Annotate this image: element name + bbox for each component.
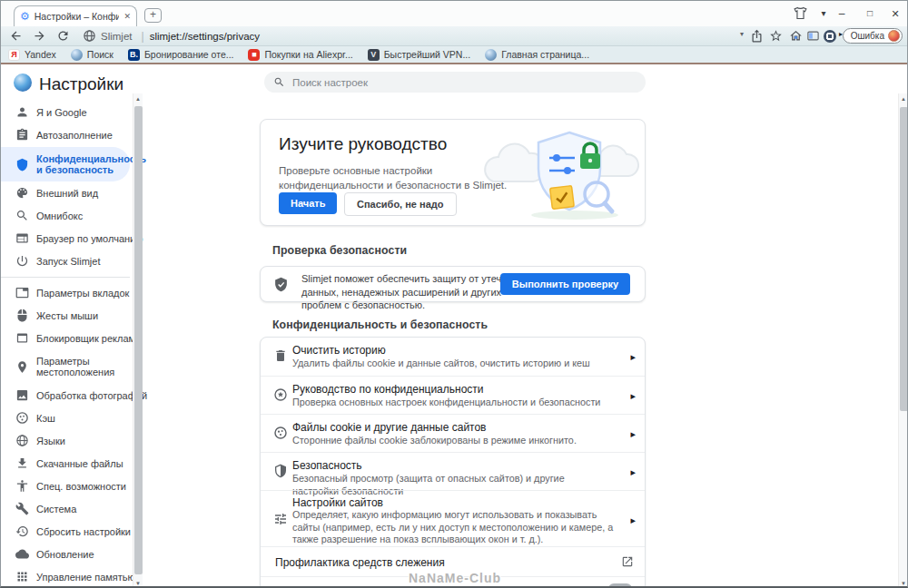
minimize-button[interactable]: – <box>830 5 854 23</box>
web-panel-icon[interactable] <box>824 30 836 43</box>
sidebar-item-system[interactable]: Система <box>1 497 130 520</box>
yandex-icon: Я <box>8 49 20 61</box>
browser-window: ⚙ Настройки – Конфиденциальнос ✕ + ▾ – □… <box>0 0 908 588</box>
accessibility-icon <box>15 479 29 493</box>
tab-icon <box>15 286 29 299</box>
open-in-new-icon <box>621 555 634 568</box>
navigation-toolbar: Slimjet | slimjet://settings/privacy ▾ ▸… <box>1 26 907 46</box>
restore-icon <box>15 524 29 538</box>
cloud-icon <box>15 547 29 561</box>
row-privacy-guide[interactable]: Руководство по конфиденциальности Провер… <box>261 376 645 414</box>
forward-icon[interactable] <box>33 29 46 43</box>
sidebar-item-languages[interactable]: Языки <box>1 429 130 452</box>
settings-page: Настройки Поиск настроек Я и Google Авто… <box>1 66 907 588</box>
address-dropdown-icon[interactable]: ▾ <box>740 30 744 38</box>
sidebar-scrollbar-thumb[interactable] <box>134 106 143 574</box>
sidebar-item-autofill[interactable]: Автозаполнение <box>1 123 130 146</box>
slimjet-logo <box>14 74 32 92</box>
sidebar-item-downloads[interactable]: Скачанные файлы <box>1 452 130 475</box>
bookmark-homepage[interactable]: Главная страница... <box>485 49 589 61</box>
scroll-up-icon[interactable]: ▲ <box>133 93 143 104</box>
reload-icon[interactable] <box>56 29 70 43</box>
sidebar-item-tab-options[interactable]: Параметры вкладок <box>1 281 130 304</box>
shield-icon <box>15 158 29 172</box>
sync-error-badge[interactable]: Ошибка <box>843 28 903 44</box>
titlebar: ⚙ Настройки – Конфиденциальнос ✕ + ▾ – □… <box>1 1 907 26</box>
row-tracking-prevention[interactable]: Профилактика средств слежения <box>261 546 645 576</box>
row-site-settings[interactable]: Настройки сайтов Определяет, какую инфор… <box>261 490 645 546</box>
avatar <box>888 30 900 42</box>
sidebar-item-appearance[interactable]: Внешний вид <box>1 181 130 204</box>
sidebar-item-omnibox[interactable]: Омнибокс <box>1 204 130 227</box>
run-safety-check-button[interactable]: Выполнить проверку <box>500 273 630 295</box>
row-block-referer[interactable]: Блокировать указание источника перехода … <box>261 576 645 588</box>
sidebar-item-accessibility[interactable]: Спец. возможности <box>1 475 130 497</box>
theme-shirt-icon[interactable] <box>793 5 808 21</box>
chevron-right-icon: ▸ <box>630 390 636 402</box>
row-clear-history[interactable]: Очистить историю Удалить файлы cookie и … <box>261 338 645 376</box>
download-icon <box>15 456 29 470</box>
bookmark-vpn[interactable]: V Быстрейший VPN... <box>368 49 470 61</box>
globe-icon <box>71 49 83 61</box>
shield-illustration <box>468 125 640 221</box>
chevron-right-icon: ▸ <box>630 351 636 363</box>
page-scrollbar[interactable]: ▲ ▼ <box>898 93 907 588</box>
cookie-icon <box>15 411 29 425</box>
sidebar-item-privacy-security[interactable]: Конфиденциальность и безопасность <box>1 147 130 181</box>
sidebar-scrollbar[interactable]: ▲ ▼ <box>133 93 143 588</box>
split-window-icon[interactable] <box>806 29 820 43</box>
globe-icon <box>485 49 497 61</box>
browser-tab[interactable]: ⚙ Настройки – Конфиденциальнос ✕ <box>14 5 137 26</box>
page-scrollbar-thumb[interactable] <box>900 107 907 411</box>
sidebar-item-memory-management[interactable]: Управление памятью <box>1 565 130 588</box>
sidebar-item-update[interactable]: Обновление <box>1 543 130 565</box>
maximize-button[interactable]: □ <box>858 5 882 23</box>
palette-icon <box>15 186 29 200</box>
photo-icon <box>15 388 29 402</box>
bookmark-yandex[interactable]: Я Yandex <box>8 49 56 61</box>
chevron-right-icon: ▸ <box>630 466 636 478</box>
language-globe-icon <box>15 434 29 447</box>
settings-main: Изучите руководство Проверьте основные н… <box>260 66 646 588</box>
guide-dismiss-button[interactable]: Спасибо, не надо <box>344 192 457 216</box>
close-button[interactable]: ✕ <box>883 5 907 23</box>
sidebar-divider <box>1 277 130 278</box>
back-icon[interactable] <box>9 29 23 43</box>
safety-check-card: Slimjet поможет обеспечить защиту от уте… <box>260 266 646 302</box>
scroll-down-icon[interactable]: ▼ <box>133 578 143 588</box>
search-icon <box>15 209 29 222</box>
bookmark-aliexpress[interactable]: ■ Покупки на Aliexpr... <box>248 49 352 61</box>
window-icon <box>15 331 29 345</box>
sidebar-item-location-options[interactable]: Параметры местоположения <box>1 349 130 384</box>
scroll-down-icon[interactable]: ▼ <box>899 578 907 588</box>
tab-title: Настройки – Конфиденциальнос <box>35 11 120 22</box>
guide-start-button[interactable]: Начать <box>279 192 337 214</box>
privacy-card: Очистить историю Удалить файлы cookie и … <box>260 337 646 588</box>
tab-close-icon[interactable]: ✕ <box>123 12 131 21</box>
bookmark-booking[interactable]: B. Бронирование оте... <box>128 49 234 61</box>
sidebar-item-mouse-gestures[interactable]: Жесты мыши <box>1 304 130 327</box>
row-cookies[interactable]: Файлы cookie и другие данные сайтов Стор… <box>261 414 645 452</box>
sidebar-item-reset[interactable]: Сбросить настройки <box>1 520 130 543</box>
bookmark-star-icon[interactable] <box>769 29 783 43</box>
trash-icon <box>273 348 288 363</box>
site-label: Slimjet <box>101 31 133 42</box>
scroll-up-icon[interactable]: ▲ <box>899 93 907 104</box>
share-icon[interactable] <box>750 29 764 43</box>
site-globe-icon[interactable] <box>83 29 96 43</box>
sidebar-item-cache[interactable]: Кэш <box>1 407 130 429</box>
sidebar-item-startup[interactable]: Запуск Slimjet <box>1 250 130 272</box>
grid-icon <box>15 570 29 583</box>
url-text[interactable]: slimjet://settings/privacy <box>150 31 260 42</box>
location-pin-icon <box>15 360 29 374</box>
new-tab-button[interactable]: + <box>144 8 162 23</box>
bookmark-search[interactable]: Поиск <box>71 49 114 61</box>
mouse-icon <box>15 309 29 322</box>
sidebar-item-default-browser[interactable]: Браузер по умолчанию <box>1 227 130 250</box>
referer-toggle[interactable] <box>608 583 632 588</box>
row-security[interactable]: Безопасность Безопасный просмотр (защита… <box>261 452 645 490</box>
home-icon[interactable] <box>789 29 803 43</box>
sidebar-item-photo-processing[interactable]: Обработка фотографий <box>1 384 130 407</box>
sidebar-item-me-and-google[interactable]: Я и Google <box>1 101 130 123</box>
sidebar-item-ad-blocker[interactable]: Блокировщик рекламы <box>1 327 130 349</box>
